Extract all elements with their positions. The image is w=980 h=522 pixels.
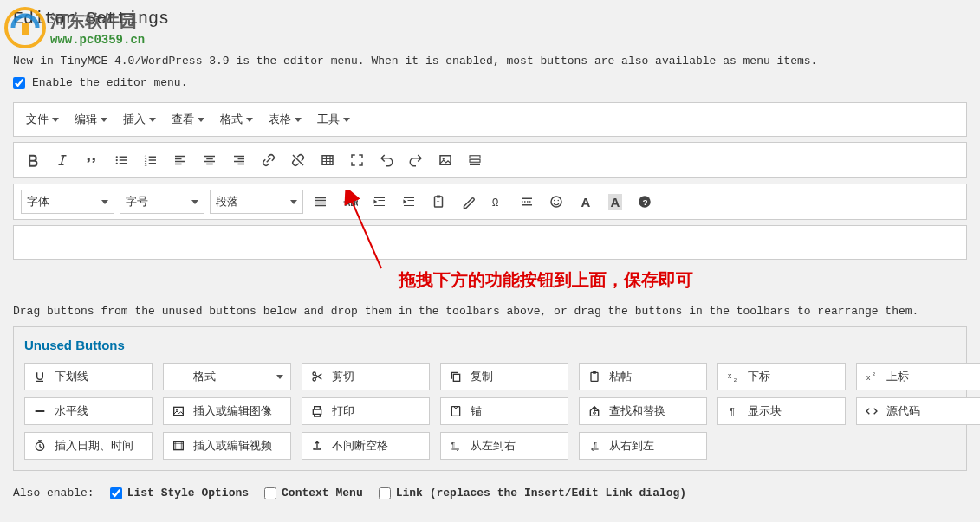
chevron-down-icon: [276, 375, 283, 379]
charmap-button[interactable]: Ω: [485, 190, 509, 214]
svg-point-3: [116, 159, 118, 161]
svg-point-25: [313, 372, 315, 375]
image-button[interactable]: [433, 148, 458, 172]
menu-table[interactable]: 表格: [263, 110, 307, 129]
drag-instructions: Drag buttons from the unused buttons bel…: [13, 305, 967, 318]
watermark-url: www.pc0359.cn: [50, 33, 145, 47]
unused-btn-insertdatetime[interactable]: 插入日期、时间: [24, 432, 153, 460]
unlink-button[interactable]: [286, 148, 310, 172]
outdent-button[interactable]: [367, 190, 392, 214]
chevron-down-icon: [290, 200, 297, 204]
bullet-list-button[interactable]: [109, 148, 133, 172]
unused-btn-label: 下划线: [55, 369, 88, 384]
link-dialog-checkbox[interactable]: [379, 487, 391, 499]
menu-tools[interactable]: 工具: [312, 110, 355, 129]
paste-text-button[interactable]: T: [426, 190, 451, 214]
table-button[interactable]: [315, 148, 340, 172]
emoticons-button[interactable]: [544, 190, 568, 214]
chevron-down-icon: [149, 118, 156, 122]
toolbar-row-2: 字体 字号 段落 ABC T Ω A A ?: [13, 184, 967, 220]
toolbar-row-3[interactable]: [13, 225, 967, 260]
menu-format[interactable]: 格式: [215, 110, 258, 129]
unused-btn-rtl[interactable]: ¶从右到左: [579, 432, 707, 460]
also-enable-option[interactable]: List Style Options: [110, 487, 249, 499]
media-icon: [171, 438, 186, 454]
also-enable-option[interactable]: Context Menu: [264, 487, 363, 499]
print-icon: [309, 403, 325, 419]
svg-point-4: [116, 163, 118, 164]
align-center-button[interactable]: [198, 148, 222, 172]
enable-menu-checkbox[interactable]: [13, 77, 25, 89]
unused-btn-label: 插入或编辑图像: [193, 403, 272, 419]
chevron-down-icon: [246, 118, 253, 122]
strikethrough-button[interactable]: ABC: [338, 190, 362, 214]
unused-btn-searchreplace[interactable]: 查找和替换: [579, 397, 707, 425]
svg-rect-16: [437, 196, 441, 198]
unused-btn-cut[interactable]: 剪切: [302, 363, 430, 390]
unused-btn-hr[interactable]: 水平线: [24, 397, 153, 425]
link-button[interactable]: [256, 148, 281, 172]
svg-text:¶: ¶: [730, 406, 735, 416]
unused-btn-code[interactable]: 源代码: [856, 397, 980, 425]
redo-button[interactable]: [404, 148, 428, 172]
paragraph-dropdown[interactable]: 段落: [210, 190, 303, 214]
unused-btn-paste[interactable]: 粘帖: [579, 363, 707, 390]
help-button[interactable]: ?: [633, 190, 657, 214]
fullscreen-button[interactable]: [345, 148, 369, 172]
svg-point-20: [554, 200, 555, 202]
svg-text:2: 2: [873, 371, 876, 377]
unused-btn-label: 粘帖: [609, 369, 632, 384]
watermark-overlay: 河东软件园 www.pc0359.cn: [4, 7, 145, 48]
align-justify-button[interactable]: [308, 190, 333, 214]
subscript-icon: x2: [725, 369, 741, 384]
unused-btn-media[interactable]: 插入或编辑视频: [163, 432, 291, 460]
unused-btn-visualblocks[interactable]: ¶显示块: [717, 397, 846, 425]
toolbar-toggle-button[interactable]: [463, 148, 487, 172]
unused-btn-anchor[interactable]: 锚: [440, 397, 568, 425]
remove-format-button[interactable]: [456, 190, 480, 214]
align-left-button[interactable]: [168, 148, 192, 172]
svg-rect-27: [453, 374, 459, 381]
svg-text:T: T: [437, 200, 440, 206]
svg-text:Ω: Ω: [492, 197, 498, 209]
menu-view[interactable]: 查看: [166, 110, 210, 129]
blockquote-button[interactable]: [80, 148, 104, 172]
font-family-dropdown[interactable]: 字体: [21, 190, 114, 214]
unused-btn-ltr[interactable]: ¶从左到右: [440, 432, 568, 460]
bold-button[interactable]: [21, 148, 45, 172]
context-menu-checkbox[interactable]: [264, 487, 276, 499]
chevron-down-icon: [101, 200, 108, 204]
back-color-button[interactable]: A: [603, 190, 627, 214]
align-right-button[interactable]: [227, 148, 251, 172]
chevron-down-icon: [52, 118, 59, 122]
font-size-dropdown[interactable]: 字号: [120, 190, 204, 214]
unused-btn-styleselect[interactable]: 格式: [163, 363, 291, 390]
menu-insert[interactable]: 插入: [118, 110, 161, 129]
unused-btn-label: 源代码: [886, 403, 920, 419]
unused-btn-subscript[interactable]: x2下标: [717, 363, 846, 390]
undo-button[interactable]: [374, 148, 399, 172]
svg-rect-34: [174, 407, 184, 415]
unused-btn-image[interactable]: 插入或编辑图像: [163, 397, 291, 425]
menu-file[interactable]: 文件: [21, 110, 64, 129]
list-style-checkbox[interactable]: [110, 487, 122, 499]
also-enable-option[interactable]: Link (replaces the Insert/Edit Link dial…: [379, 487, 686, 499]
indent-button[interactable]: [397, 190, 421, 214]
unused-btn-label: 下标: [748, 369, 770, 384]
menu-edit[interactable]: 编辑: [69, 110, 113, 129]
unused-btn-underline[interactable]: 下划线: [24, 363, 153, 390]
numbered-list-button[interactable]: 123: [139, 148, 163, 172]
unused-btn-superscript[interactable]: x2上标: [856, 363, 980, 390]
italic-button[interactable]: [50, 148, 75, 172]
svg-rect-13: [470, 164, 480, 165]
svg-text:x: x: [866, 373, 871, 382]
unused-btn-copy[interactable]: 复制: [440, 363, 568, 390]
text-color-button[interactable]: A: [574, 190, 598, 214]
unused-btn-print[interactable]: 打印: [302, 397, 430, 425]
unused-btn-label: 不间断空格: [332, 438, 388, 454]
unused-btn-label: 剪切: [332, 369, 354, 384]
read-more-button[interactable]: [515, 190, 539, 214]
svg-rect-29: [593, 371, 596, 374]
unused-btn-nbsp[interactable]: 不间断空格: [302, 432, 430, 460]
also-enable-label: Also enable:: [13, 487, 94, 499]
